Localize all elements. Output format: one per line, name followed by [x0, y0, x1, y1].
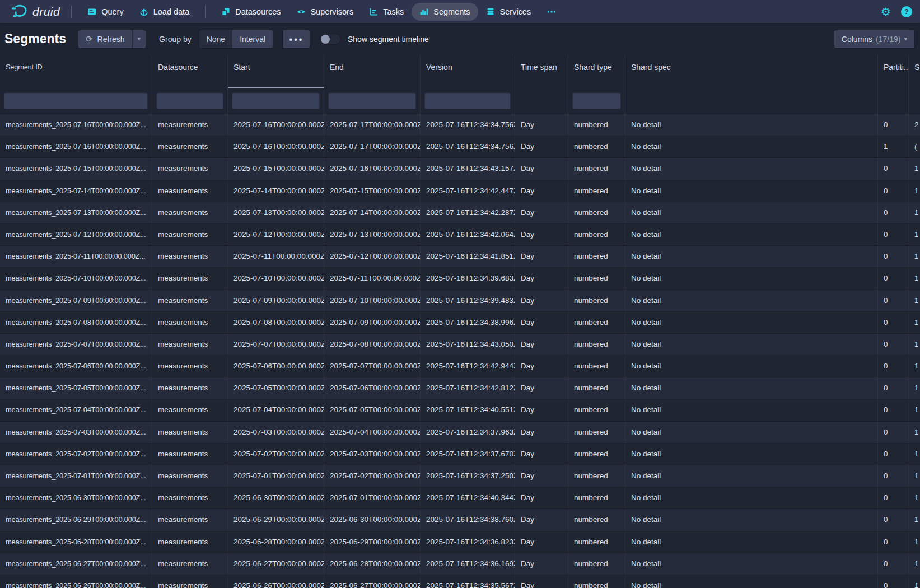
caret-down-icon: ▾	[138, 35, 141, 43]
nav-more-menu[interactable]	[539, 3, 564, 21]
column-header-partition[interactable]: Partiti...	[878, 55, 909, 88]
table-row[interactable]: measurements_2025-06-30T00:00:00.000Z...…	[0, 487, 920, 509]
cell-shard-type: numbered	[568, 312, 625, 333]
refresh-caret-button[interactable]: ▾	[132, 30, 146, 48]
cell-segment-id: measurements_2025-07-14T00:00:00.000Z...	[0, 180, 152, 202]
load-data-icon	[139, 7, 148, 16]
nav-item-services[interactable]: Services	[478, 3, 539, 21]
cell-datasource: measurements	[152, 114, 228, 136]
table-row[interactable]: measurements_2025-07-06T00:00:00.000Z...…	[0, 356, 920, 377]
cell-size: 1	[909, 377, 920, 399]
table-row[interactable]: measurements_2025-07-10T00:00:00.000Z...…	[0, 268, 920, 290]
table-row[interactable]: measurements_2025-07-09T00:00:00.000Z...…	[0, 290, 920, 312]
cell-end: 2025-07-15T00:00:00.000Z	[324, 180, 421, 202]
cell-version: 2025-07-16T12:34:37.963Z	[421, 422, 515, 443]
cell-size: 1	[909, 290, 920, 311]
column-header-version[interactable]: Version	[421, 55, 515, 88]
cell-time-span: Day	[515, 202, 568, 223]
column-header-end[interactable]: End	[324, 55, 421, 88]
help-icon[interactable]: ?	[901, 6, 912, 17]
table-row[interactable]: measurements_2025-07-01T00:00:00.000Z...…	[0, 465, 920, 487]
segment-timeline-toggle[interactable]	[320, 34, 341, 45]
nav-item-label: Query	[101, 7, 124, 16]
cell-segment-id: measurements_2025-07-10T00:00:00.000Z...	[0, 268, 152, 289]
table-row[interactable]: measurements_2025-06-26T00:00:00.000Z...…	[0, 575, 920, 588]
table-row[interactable]: measurements_2025-07-02T00:00:00.000Z...…	[0, 444, 920, 465]
nav-item-query[interactable]: Query	[80, 3, 132, 21]
nav-item-datasources[interactable]: Datasources	[213, 3, 288, 21]
cell-datasource: measurements	[152, 399, 228, 421]
cell-size: 1	[909, 312, 920, 333]
refresh-button[interactable]: ⟳ Refresh	[78, 30, 132, 48]
table-row[interactable]: measurements_2025-07-03T00:00:00.000Z...…	[0, 422, 920, 444]
nav-item-load-data[interactable]: Load data	[132, 3, 198, 21]
segments-toolbar: Segments ⟳ Refresh ▾ Group by None Inter…	[0, 23, 920, 55]
cell-shard-spec: No detail	[625, 202, 878, 223]
nav-item-tasks[interactable]: Tasks	[361, 3, 412, 21]
cell-size: 1	[909, 487, 920, 508]
column-header-size[interactable]: S	[909, 55, 920, 88]
column-header-shard-type[interactable]: Shard type	[568, 55, 625, 88]
cell-shard-type: numbered	[568, 575, 625, 588]
end-filter-input[interactable]	[328, 92, 416, 109]
table-row[interactable]: measurements_2025-06-28T00:00:00.000Z...…	[0, 531, 920, 553]
table-row[interactable]: measurements_2025-06-29T00:00:00.000Z...…	[0, 509, 920, 531]
table-row[interactable]: measurements_2025-07-16T00:00:00.000Z...…	[0, 136, 920, 158]
table-row[interactable]: measurements_2025-07-15T00:00:00.000Z...…	[0, 158, 920, 180]
columns-picker-button[interactable]: Columns (17/19) ▾	[834, 30, 914, 48]
refresh-split-button: ⟳ Refresh ▾	[78, 30, 146, 48]
table-row[interactable]: measurements_2025-07-14T00:00:00.000Z...…	[0, 180, 920, 202]
cell-datasource: measurements	[152, 465, 228, 487]
table-row[interactable]: measurements_2025-07-07T00:00:00.000Z...…	[0, 334, 920, 356]
cell-size: 1	[909, 334, 920, 355]
tasks-icon	[369, 7, 378, 16]
table-row[interactable]: measurements_2025-07-05T00:00:00.000Z...…	[0, 377, 920, 399]
nav-item-supervisors[interactable]: Supervisors	[289, 3, 362, 21]
more-options-button[interactable]: ●●●	[283, 30, 310, 48]
start-filter-input[interactable]	[232, 92, 320, 109]
table-row[interactable]: measurements_2025-07-16T00:00:00.000Z...…	[0, 114, 920, 136]
cell-time-span: Day	[515, 158, 568, 179]
column-header-segment-id[interactable]: Segment ID	[0, 55, 152, 88]
table-row[interactable]: measurements_2025-06-27T00:00:00.000Z...…	[0, 553, 920, 575]
gear-icon[interactable]: ⚙	[881, 6, 891, 17]
nav-item-segments[interactable]: Segments	[412, 3, 478, 21]
cell-version: 2025-07-16T12:34:34.756Z	[421, 114, 515, 136]
table-row[interactable]: measurements_2025-07-08T00:00:00.000Z...…	[0, 312, 920, 334]
cell-partition: 0	[878, 444, 909, 465]
cell-start: 2025-06-29T00:00:00.000Z	[228, 509, 324, 530]
table-row[interactable]: measurements_2025-07-12T00:00:00.000Z...…	[0, 224, 920, 246]
cell-version: 2025-07-16T12:34:40.344Z	[421, 487, 515, 508]
datasource-filter-input[interactable]	[156, 92, 223, 109]
cell-partition: 0	[878, 180, 909, 202]
cell-segment-id: measurements_2025-06-27T00:00:00.000Z...	[0, 553, 152, 575]
table-row[interactable]: measurements_2025-07-04T00:00:00.000Z...…	[0, 399, 920, 421]
more-icon	[547, 7, 557, 16]
cell-end: 2025-07-09T00:00:00.000Z	[324, 312, 421, 333]
shard-type-filter-input[interactable]	[572, 92, 621, 109]
group-by-interval-button[interactable]: Interval	[232, 30, 273, 48]
version-filter-input[interactable]	[424, 92, 511, 109]
cell-end: 2025-07-12T00:00:00.000Z	[324, 246, 421, 267]
cell-version: 2025-07-16T12:34:43.157Z	[421, 158, 515, 179]
column-header-datasource[interactable]: Datasource	[152, 55, 228, 88]
cell-shard-spec: No detail	[625, 114, 878, 136]
group-by-none-button[interactable]: None	[199, 30, 232, 48]
cell-shard-spec: No detail	[625, 465, 878, 487]
column-header-shard-spec[interactable]: Shard spec	[625, 55, 878, 88]
cell-end: 2025-07-05T00:00:00.000Z	[324, 399, 421, 421]
cell-time-span: Day	[515, 224, 568, 245]
column-header-start[interactable]: Start	[228, 55, 324, 88]
cell-version: 2025-07-16T12:34:40.551Z	[421, 399, 515, 421]
cell-shard-type: numbered	[568, 487, 625, 508]
table-row[interactable]: measurements_2025-07-13T00:00:00.000Z...…	[0, 202, 920, 224]
cell-end: 2025-07-06T00:00:00.000Z	[324, 377, 421, 399]
segment-id-filter-input[interactable]	[4, 92, 148, 109]
druid-logo[interactable]: druid	[8, 3, 63, 21]
cell-shard-type: numbered	[568, 465, 625, 487]
cell-shard-type: numbered	[568, 553, 625, 575]
table-row[interactable]: measurements_2025-07-11T00:00:00.000Z...…	[0, 246, 920, 268]
cell-time-span: Day	[515, 290, 568, 311]
cell-partition: 0	[878, 553, 909, 575]
column-header-time-span[interactable]: Time span	[515, 55, 568, 88]
